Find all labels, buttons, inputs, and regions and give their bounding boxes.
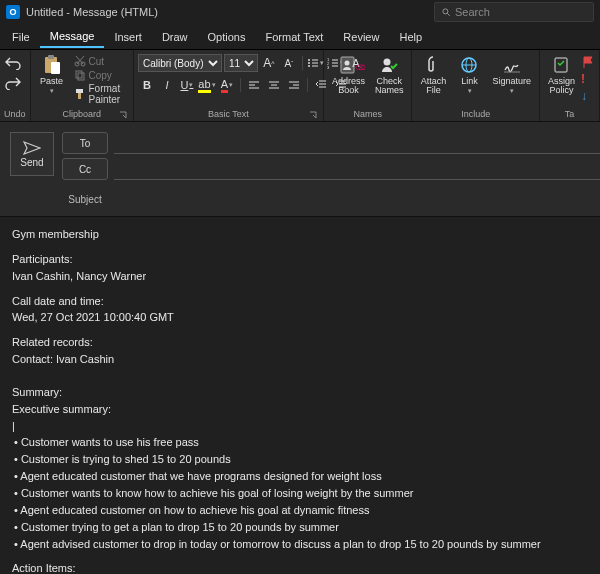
menu-options[interactable]: Options xyxy=(198,27,256,47)
to-button[interactable]: To xyxy=(62,132,108,154)
send-icon xyxy=(23,141,41,155)
ribbon: Undo Paste ▾ Cut Copy Format Painter Cli… xyxy=(0,50,600,122)
font-color-button[interactable]: A▾ xyxy=(218,76,236,94)
ribbon-group-basic-text: Calibri (Body) 11 A^ Aˇ ▾ 123▾ A⌫ B I U▾… xyxy=(134,50,324,121)
ribbon-group-label-include: Include xyxy=(416,108,535,121)
cut-button[interactable]: Cut xyxy=(71,54,129,68)
low-importance-icon[interactable]: ↓ xyxy=(581,89,595,103)
exec-summary-label: Executive summary: xyxy=(12,402,588,417)
title-bar: O Untitled - Message (HTML) Search xyxy=(0,0,600,24)
svg-rect-11 xyxy=(76,89,83,93)
svg-line-1 xyxy=(447,13,450,16)
copy-button[interactable]: Copy xyxy=(71,68,129,82)
cut-label: Cut xyxy=(89,56,105,67)
follow-up-flag-icon[interactable] xyxy=(581,55,595,69)
subject-label: Subject xyxy=(62,194,108,205)
chevron-down-icon: ▾ xyxy=(468,87,472,95)
search-placeholder: Search xyxy=(455,6,490,18)
participants-value: Ivan Cashin, Nancy Warner xyxy=(12,269,588,284)
paste-button[interactable]: Paste ▾ xyxy=(35,52,69,97)
attach-file-button[interactable]: Attach File xyxy=(416,52,450,98)
summary-bullet: • Agent advised customer to drop in toda… xyxy=(12,537,588,552)
menu-draw[interactable]: Draw xyxy=(152,27,198,47)
check-names-button[interactable]: Check Names xyxy=(371,52,408,98)
link-button[interactable]: Link ▾ xyxy=(452,52,486,97)
check-names-label: Check Names xyxy=(375,77,404,96)
font-size-combo[interactable]: 11 xyxy=(224,54,258,72)
summary-bullet: • Customer wants to use his free pass xyxy=(12,435,588,450)
menu-bar: File Message Insert Draw Options Format … xyxy=(0,24,600,50)
address-book-label: Address Book xyxy=(332,77,365,96)
summary-bullet: • Agent educated customer that we have p… xyxy=(12,469,588,484)
undo-button[interactable] xyxy=(4,56,22,70)
summary-bullet: • Customer is trying to shed 15 to 20 po… xyxy=(12,452,588,467)
italic-button[interactable]: I xyxy=(158,76,176,94)
font-name-combo[interactable]: Calibri (Body) xyxy=(138,54,222,72)
ribbon-group-label-names: Names xyxy=(328,108,408,121)
send-button[interactable]: Send xyxy=(10,132,54,176)
redo-button[interactable] xyxy=(4,76,22,90)
outlook-app-icon: O xyxy=(6,5,20,19)
cc-button[interactable]: Cc xyxy=(62,158,108,180)
link-label: Link xyxy=(461,77,478,86)
svg-line-7 xyxy=(77,56,84,64)
bullets-button[interactable]: ▾ xyxy=(307,54,325,72)
search-box[interactable]: Search xyxy=(434,2,594,22)
chevron-down-icon: ▾ xyxy=(510,87,514,95)
menu-file[interactable]: File xyxy=(2,27,40,47)
summary-label: Summary: xyxy=(12,385,588,400)
align-center-button[interactable] xyxy=(265,76,283,94)
menu-review[interactable]: Review xyxy=(333,27,389,47)
menu-message[interactable]: Message xyxy=(40,26,105,48)
svg-point-17 xyxy=(308,65,310,67)
underline-button[interactable]: U▾ xyxy=(178,76,196,94)
ribbon-group-label-undo: Undo xyxy=(4,108,26,121)
menu-format-text[interactable]: Format Text xyxy=(255,27,333,47)
svg-rect-3 xyxy=(48,55,54,59)
message-body[interactable]: Gym membership Participants: Ivan Cashin… xyxy=(0,217,600,574)
ribbon-group-undo: Undo xyxy=(0,50,31,121)
signature-label: Signature xyxy=(492,77,531,86)
assign-policy-button[interactable]: Assign Policy xyxy=(544,52,579,98)
format-painter-button[interactable]: Format Painter xyxy=(71,82,129,106)
assign-policy-label: Assign Policy xyxy=(548,77,575,96)
clear-formatting-button[interactable]: A⌫ xyxy=(347,54,365,72)
attach-file-label: Attach File xyxy=(421,77,447,96)
ribbon-group-tags: Assign Policy ! ↓ Ta xyxy=(540,50,600,121)
cc-field[interactable] xyxy=(114,158,600,180)
window-title: Untitled - Message (HTML) xyxy=(26,6,428,18)
subject-field[interactable] xyxy=(114,188,600,210)
ribbon-group-label-basic-text: Basic Text xyxy=(138,108,319,121)
align-left-button[interactable] xyxy=(245,76,263,94)
body-subject-line: Gym membership xyxy=(12,227,588,242)
calldate-label: Call date and time: xyxy=(12,294,588,309)
summary-bullet: • Agent educated customer on how to achi… xyxy=(12,503,588,518)
dialog-launcher-icon[interactable] xyxy=(309,111,317,119)
calldate-value: Wed, 27 Oct 2021 10:00:40 GMT xyxy=(12,310,588,325)
menu-insert[interactable]: Insert xyxy=(104,27,152,47)
menu-help[interactable]: Help xyxy=(389,27,432,47)
to-field[interactable] xyxy=(114,132,600,154)
ribbon-group-label-clipboard: Clipboard xyxy=(35,108,129,121)
action-items-label: Action Items: xyxy=(12,561,588,574)
message-header: Send To Cc Subject xyxy=(0,122,600,217)
align-right-button[interactable] xyxy=(285,76,303,94)
dialog-launcher-icon[interactable] xyxy=(119,111,127,119)
related-label: Related records: xyxy=(12,335,588,350)
svg-line-8 xyxy=(76,56,83,64)
ribbon-group-clipboard: Paste ▾ Cut Copy Format Painter Clipboar… xyxy=(31,50,134,121)
ribbon-group-label-tags: Ta xyxy=(544,108,595,121)
svg-point-42 xyxy=(384,59,391,66)
bold-button[interactable]: B xyxy=(138,76,156,94)
grow-font-button[interactable]: A^ xyxy=(260,54,278,72)
signature-button[interactable]: Signature ▾ xyxy=(488,52,535,97)
shrink-font-button[interactable]: Aˇ xyxy=(280,54,298,72)
format-painter-label: Format Painter xyxy=(89,83,126,105)
svg-rect-12 xyxy=(78,93,81,99)
highlight-button[interactable]: ab▾ xyxy=(198,76,216,94)
paste-label: Paste xyxy=(40,77,63,86)
svg-rect-9 xyxy=(76,71,82,78)
participants-label: Participants: xyxy=(12,252,588,267)
high-importance-icon[interactable]: ! xyxy=(581,72,595,86)
ribbon-group-names: Address Book Check Names Names xyxy=(324,50,413,121)
